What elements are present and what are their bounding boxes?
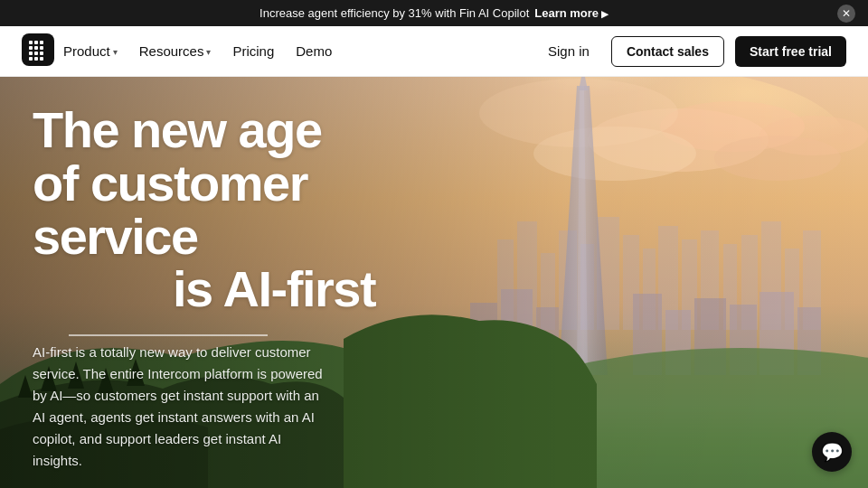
svg-rect-2 [34,41,38,44]
svg-rect-8 [34,52,38,55]
svg-rect-7 [29,52,33,55]
nav-links: Product ▾ Resources ▾ Pricing Demo [54,36,537,66]
hero-title: The new age of customer service is AI-fi… [33,104,479,316]
nav-resources[interactable]: Resources ▾ [130,36,221,66]
signin-button[interactable]: Sign in [537,36,600,66]
start-trial-nav-button[interactable]: Start free trial [735,36,846,67]
hero-title-line2: of customer service [33,155,307,265]
announcement-link[interactable]: Learn more [534,6,609,20]
nav-actions: Sign in Contact sales Start free trial [537,36,846,67]
hero-section: The new age of customer service is AI-fi… [0,77,868,488]
chat-bubble-button[interactable]: 💬 [812,432,852,472]
navbar: Product ▾ Resources ▾ Pricing Demo Sign … [0,26,868,77]
nav-resources-label: Resources [139,43,204,59]
logo[interactable] [22,33,54,70]
resources-chevron-icon: ▾ [206,47,211,57]
svg-rect-4 [29,46,33,50]
chat-icon: 💬 [821,441,844,463]
svg-rect-10 [29,57,33,61]
hero-title-line3: is AI-first [69,263,479,316]
nav-product[interactable]: Product ▾ [54,36,127,66]
hero-underline-decoration [69,334,268,336]
nav-product-label: Product [63,43,110,59]
svg-rect-11 [34,57,38,61]
announcement-text: Increase agent efficiency by 31% with Fi… [259,6,529,20]
announcement-bar: Increase agent efficiency by 31% with Fi… [0,0,868,26]
contact-sales-nav-button[interactable]: Contact sales [611,36,724,67]
svg-rect-9 [40,52,43,55]
svg-rect-0 [22,33,54,66]
svg-rect-1 [29,41,33,44]
announcement-close-button[interactable]: ✕ [837,5,855,23]
close-icon: ✕ [842,7,851,20]
product-chevron-icon: ▾ [113,47,118,57]
hero-title-line1: The new age [33,101,322,158]
nav-demo-label: Demo [296,43,332,59]
nav-pricing-label: Pricing [232,43,274,59]
nav-pricing[interactable]: Pricing [223,36,283,66]
nav-demo[interactable]: Demo [287,36,341,66]
svg-rect-3 [40,41,43,44]
hero-content: The new age of customer service is AI-fi… [0,77,506,488]
svg-rect-12 [40,57,43,61]
hero-description: AI-first is a totally new way to deliver… [33,342,331,472]
svg-rect-5 [34,46,38,50]
svg-rect-6 [40,46,43,50]
